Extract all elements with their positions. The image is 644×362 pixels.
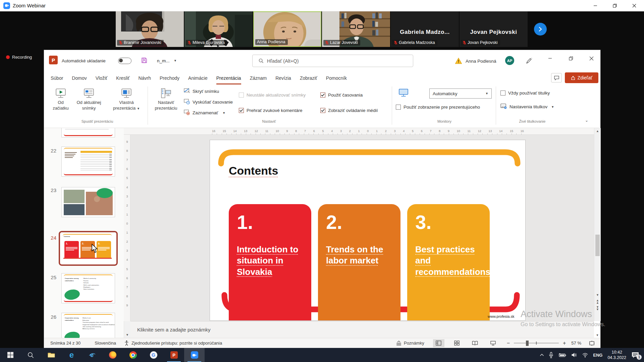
participant-tile-lazar-jovevski[interactable]: Lazar Jovevski [322, 11, 390, 47]
tab-kresli-[interactable]: Kresliť [112, 75, 134, 84]
checkbox-pou-i-asovania[interactable]: Použiť časovania [320, 93, 392, 98]
warning-icon[interactable] [455, 58, 462, 65]
zoom-level[interactable]: 57 % [571, 341, 581, 346]
previous-slide-button[interactable]: ▲▲ [594, 299, 601, 304]
tab-zobrazi-[interactable]: Zobraziť [296, 75, 322, 84]
slide-thumbnail-23[interactable] [61, 187, 115, 217]
caption-settings-button[interactable]: Nastavenia titulkov ▼ [500, 103, 554, 110]
taskbar-clock[interactable]: 10:42 04.3.2022 [607, 350, 626, 361]
slide-thumbnail-25[interactable]: Cooperation among stakeholders· Medical … [61, 273, 115, 303]
rehearse-timings-button[interactable]: Vyskúšať časovanie [184, 99, 233, 106]
account-avatar-badge[interactable]: AP [505, 56, 514, 65]
filename-dropdown-caret-icon[interactable]: ▼ [174, 59, 177, 62]
slide-thumbnail-21-partial[interactable] [61, 128, 115, 137]
checkbox-prehra-zvukov-koment-re[interactable]: Prehrať zvukové komentáre [239, 108, 320, 113]
slide-item-3[interactable]: 3. Best practices and recommendations [407, 204, 490, 321]
microphone-icon[interactable] [549, 352, 553, 358]
share-button[interactable]: Zdieľať [565, 72, 598, 83]
account-user-name[interactable]: Anna Podlesná [466, 59, 496, 64]
ribbon-collapse-chevron-icon[interactable]: ⌄ [585, 118, 588, 123]
search-input[interactable]: Hľadať (Alt+Q) [252, 55, 413, 67]
participant-tile-branimir-jovanovski[interactable]: Branimir Jovanovski [116, 11, 184, 47]
scroll-down-icon[interactable]: ▼ [594, 293, 601, 297]
participant-tile-gabriela-madzoska[interactable]: Gabriela Madzo...Gabriela Madzoska [391, 11, 459, 47]
ppt-close-button[interactable] [582, 50, 600, 67]
notification-center-icon[interactable]: 1 [631, 352, 639, 358]
scroll-down-icon[interactable]: ▼ [124, 333, 130, 337]
slide-thumbnail-22[interactable] [61, 146, 115, 177]
setup-slideshow-button[interactable]: Nastaviť prezentáciu [152, 86, 180, 111]
tab-z-znam[interactable]: Záznam [246, 75, 271, 84]
zoom-slider[interactable] [514, 341, 559, 346]
notes-toggle-button[interactable]: Poznámky [396, 341, 424, 346]
always-captions-checkbox[interactable]: Vždy používať titulky [500, 90, 550, 96]
comments-button[interactable] [551, 73, 562, 82]
ppt-restore-button[interactable] [561, 50, 580, 67]
participant-tile-anna-podlesna[interactable]: Anna Podlesna [253, 11, 321, 47]
tab-pomocn-k[interactable]: Pomocník [322, 75, 351, 84]
slide-scrollbar[interactable]: ▲ ▼ ▲▲ ▼▼ [594, 128, 601, 321]
taskbar-powerpoint-icon[interactable]: P [164, 348, 184, 362]
tab-rev-zia[interactable]: Revízia [271, 75, 296, 84]
reading-view-button[interactable] [469, 339, 481, 347]
slide-item-2[interactable]: 2. Trends on the labor market [318, 204, 400, 321]
taskbar-start-icon[interactable] [0, 348, 20, 362]
tab-n-vrh[interactable]: Návrh [134, 75, 155, 84]
tab-s-bor[interactable]: Súbor [46, 75, 67, 84]
ink-pen-icon[interactable] [525, 57, 532, 66]
scroll-down-icon[interactable]: ▼ [594, 333, 601, 338]
checkbox-neust-le-aktualizova-sn-mky[interactable]: Neustále aktualizovať snímky [239, 93, 320, 98]
taskbar-ie-icon[interactable]: e [82, 348, 102, 362]
slideshow-view-button[interactable] [487, 339, 499, 347]
monitor-select-dropdown[interactable]: Automaticky ▼ [429, 88, 492, 99]
participant-tile-jovan-pejkovski[interactable]: Jovan PejkovskiJovan Pejkovski [460, 11, 528, 47]
slide-sorter-view-button[interactable] [451, 339, 463, 347]
tab-anim-cie[interactable]: Animácie [184, 75, 212, 84]
taskbar-chrome-icon[interactable] [123, 348, 143, 362]
tab-domov[interactable]: Domov [67, 75, 91, 84]
document-filename[interactable]: n_m... [157, 58, 170, 63]
wifi-icon[interactable] [582, 353, 588, 358]
ppt-minimize-button[interactable] [541, 50, 559, 67]
taskbar-zoom-icon[interactable] [184, 348, 205, 362]
battery-icon[interactable] [558, 353, 567, 357]
slide-thumbnail-24-selected[interactable]: Contents1.2.3. [59, 231, 118, 266]
accessibility-status[interactable]: Zjednodušenie prístupu: pozrite si odpor… [124, 340, 222, 346]
participant-tile-mileva-gjurovska[interactable]: Mileva Gjurovska [184, 11, 253, 47]
slide-canvas[interactable]: Contents 1. Introduction to situation in… [210, 140, 526, 321]
tab-prezent-cia[interactable]: Prezentácia [212, 75, 246, 84]
save-icon[interactable] [141, 57, 148, 65]
custom-show-button[interactable]: Vlastná prezentácia ▼ [109, 86, 144, 111]
zoom-slider-thumb[interactable] [526, 341, 529, 346]
next-participants-button[interactable] [534, 23, 547, 36]
zoom-minimize-button[interactable] [586, 0, 605, 11]
zoom-out-button[interactable]: − [507, 340, 510, 346]
taskbar-firefox-icon[interactable] [102, 348, 123, 362]
zoom-in-button[interactable]: + [563, 340, 566, 346]
tab-vlo-i-[interactable]: Vložiť [91, 75, 112, 84]
record-button[interactable]: Zaznamenať ▼ [184, 109, 225, 116]
language-indicator[interactable]: ENG [593, 353, 602, 358]
taskbar-edge-icon[interactable]: e [61, 348, 82, 362]
tab-prechody[interactable]: Prechody [155, 75, 184, 84]
language-indicator[interactable]: Slovenčina [95, 341, 116, 346]
zoom-restore-button[interactable] [605, 0, 625, 11]
fit-to-window-button[interactable] [586, 339, 597, 347]
taskbar-google-icon[interactable]: G [143, 348, 164, 362]
slide-thumbnail-26[interactable]: Cooperation among stakeholdersMedical ca… [61, 313, 115, 338]
hidden-icons-chevron-icon[interactable] [540, 354, 544, 356]
normal-view-button[interactable] [433, 339, 444, 347]
notes-placeholder[interactable]: Kliknite sem a zadajte poznámky [137, 327, 210, 333]
taskbar-search-icon[interactable] [20, 348, 41, 362]
slide-scrollbar-thumb[interactable] [595, 235, 600, 256]
speaker-icon[interactable] [571, 352, 577, 358]
from-current-slide-button[interactable]: Od aktuálnej snímky [72, 86, 106, 111]
scroll-up-icon[interactable]: ▲ [594, 129, 601, 133]
checkbox-zobrazi-ovl-danie-m-di-[interactable]: Zobraziť ovládanie médií [320, 108, 392, 113]
from-beginning-button[interactable]: Od začiatku [50, 86, 71, 111]
zoom-close-button[interactable] [625, 0, 644, 11]
autosave-toggle[interactable] [118, 58, 131, 64]
presenter-view-checkbox[interactable]: Použiť zobrazenie pre prezentujúceho [396, 105, 480, 110]
slide-item-1[interactable]: 1. Introduction to situation in Slovakia [229, 204, 311, 321]
hide-slide-button[interactable]: Skryť snímku [184, 88, 219, 95]
